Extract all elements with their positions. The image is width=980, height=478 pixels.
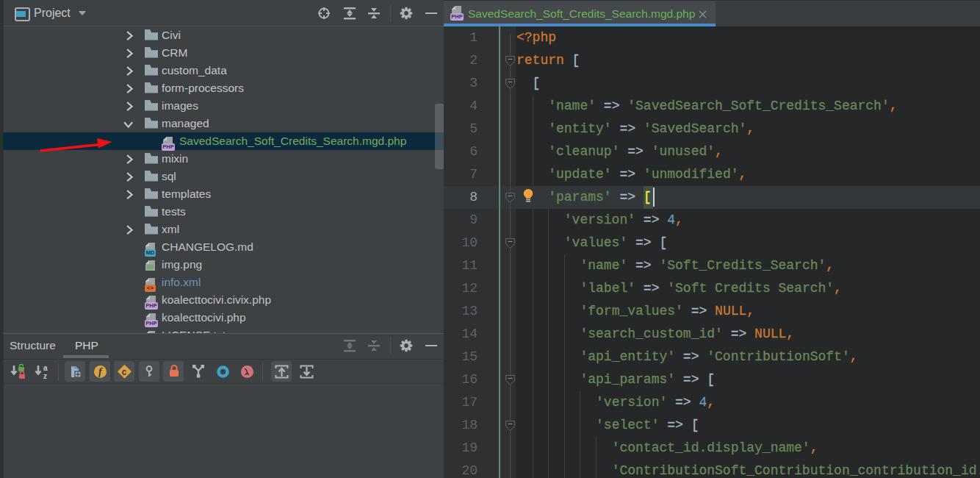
- svg-text:c: c: [122, 368, 127, 378]
- svg-text:z: z: [43, 372, 47, 380]
- svg-text:a: a: [43, 364, 48, 372]
